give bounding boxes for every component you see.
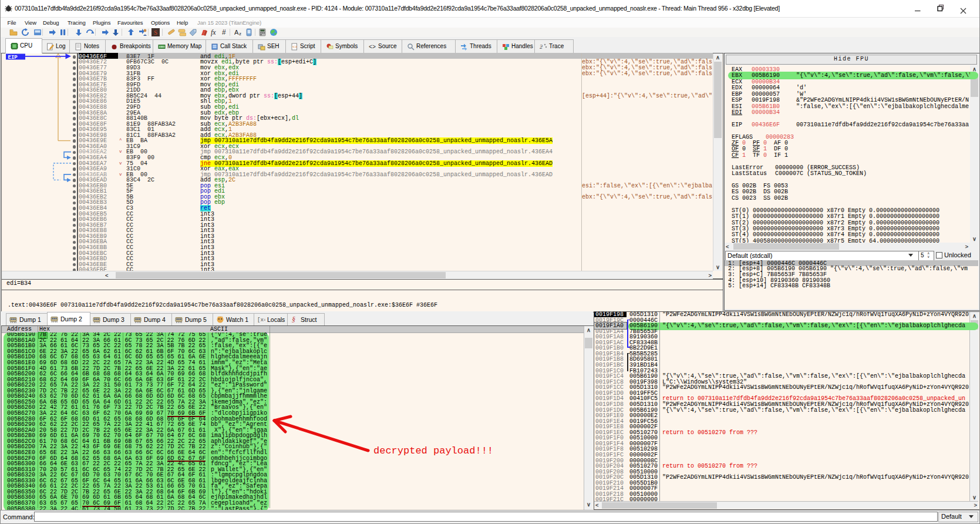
svg-text:<>: <> — [292, 45, 297, 49]
svg-text:#: # — [222, 28, 226, 36]
svg-text:EIP: EIP — [8, 55, 18, 61]
svg-text:fx: fx — [211, 28, 216, 36]
svg-text:z: z — [239, 31, 241, 36]
svg-text:A: A — [234, 29, 239, 36]
svg-text:<>: <> — [369, 44, 376, 51]
svg-text:S: S — [154, 29, 157, 36]
svg-text:§: § — [292, 315, 295, 324]
svg-text:[x=]: [x=] — [257, 317, 265, 323]
svg-text:ƻ: ƻ — [540, 43, 543, 50]
